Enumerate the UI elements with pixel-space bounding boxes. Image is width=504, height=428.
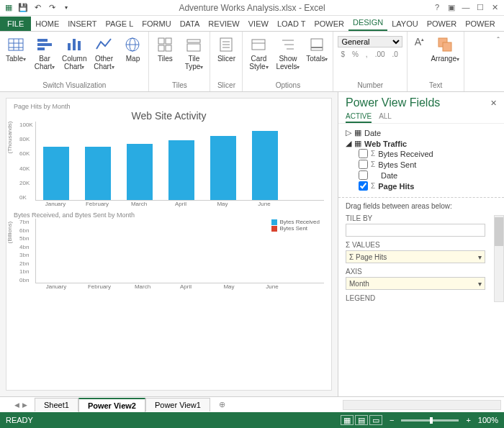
sheet-nav-prev-icon[interactable]: ◀ xyxy=(14,401,19,409)
sheet-tab-powerview1[interactable]: Power View1 xyxy=(145,398,210,411)
close-icon[interactable]: ✕ xyxy=(490,3,500,12)
slicer-button[interactable]: Slicer xyxy=(215,36,238,63)
card-style-button[interactable]: Card Style xyxy=(247,36,270,70)
percent-icon[interactable]: % xyxy=(349,49,361,60)
field-table-date[interactable]: ▷▦Date xyxy=(346,128,497,137)
column-chart-icon xyxy=(66,36,83,53)
minimize-icon[interactable]: — xyxy=(461,3,471,12)
area-axis-box[interactable]: Month▾ xyxy=(346,277,485,290)
comma-icon[interactable]: , xyxy=(363,49,371,60)
tab-power3[interactable]: POWER xyxy=(461,17,500,31)
field-date[interactable]: Date xyxy=(346,170,497,181)
chart-page-hits[interactable]: Page Hits by Month Web Site Activity 100… xyxy=(14,103,324,207)
other-chart-button[interactable]: Other Chart xyxy=(92,36,115,70)
window-title: Adventure Works Analysis.xlsx - Excel xyxy=(179,3,325,13)
chart2-yticks: 7bn6bn5bn4bn3bn2bn1bn0bn xyxy=(19,219,29,283)
column-chart-button[interactable]: Column Chart xyxy=(62,36,86,70)
field-page-hits[interactable]: ΣPage Hits xyxy=(346,181,497,191)
chart2-ylabel: (Billions) xyxy=(6,221,13,243)
fields-tab-all[interactable]: ALL xyxy=(379,111,392,123)
card-icon xyxy=(250,36,267,53)
sheet-tab-sheet1[interactable]: Sheet1 xyxy=(35,398,78,411)
group-label-tiles: Tiles xyxy=(153,81,205,90)
tab-formulas[interactable]: FORMU xyxy=(138,17,175,31)
collapse-ribbon-icon[interactable]: ˆ xyxy=(492,32,504,91)
redo-icon[interactable]: ↷ xyxy=(46,2,58,14)
chart1-subtitle: Page Hits by Month xyxy=(14,103,324,110)
tab-power[interactable]: POWER xyxy=(310,17,348,31)
field-table-web-traffic[interactable]: ◢▦Web Traffic xyxy=(346,139,497,148)
svg-rect-5 xyxy=(37,39,48,42)
zoom-in-icon[interactable]: + xyxy=(466,416,470,424)
maximize-icon[interactable]: ☐ xyxy=(475,3,485,12)
zoom-slider[interactable] xyxy=(401,419,459,422)
sigma-icon: Σ xyxy=(371,182,375,190)
tab-design[interactable]: DESIGN xyxy=(348,15,387,31)
svg-rect-14 xyxy=(158,38,164,44)
svg-rect-17 xyxy=(166,45,171,51)
tab-view[interactable]: VIEW xyxy=(244,17,273,31)
sheet-nav-next-icon[interactable]: ▶ xyxy=(22,401,27,409)
sigma-icon: Σ xyxy=(371,150,375,158)
tiles-button[interactable]: Tiles xyxy=(153,36,176,63)
group-label-text: Text xyxy=(412,81,459,90)
tab-file[interactable]: FILE xyxy=(0,17,31,31)
svg-rect-15 xyxy=(166,38,171,44)
help-icon[interactable]: ? xyxy=(432,3,442,12)
tab-team[interactable]: TEAM xyxy=(500,17,504,31)
bar xyxy=(168,140,194,200)
ribbon-display-icon[interactable]: ▣ xyxy=(446,3,456,12)
tile-type-button[interactable]: Tile Type xyxy=(182,36,205,70)
number-format-select[interactable]: General xyxy=(338,36,402,47)
undo-icon[interactable]: ↶ xyxy=(32,2,43,14)
tab-home[interactable]: HOME xyxy=(31,17,63,31)
areas-scrollbar[interactable] xyxy=(494,215,504,302)
tab-load-test[interactable]: LOAD T xyxy=(273,17,310,31)
zoom-level[interactable]: 100% xyxy=(478,416,498,424)
table-button[interactable]: Table xyxy=(4,36,27,63)
field-bytes-sent[interactable]: ΣBytes Sent xyxy=(346,159,497,170)
pane-close-icon[interactable]: ✕ xyxy=(490,99,497,108)
area-values-box[interactable]: Σ Page Hits▾ xyxy=(346,250,485,263)
map-button[interactable]: Map xyxy=(121,36,144,63)
save-icon[interactable]: 💾 xyxy=(17,2,29,14)
add-sheet-button[interactable]: ⊕ xyxy=(210,398,234,411)
zoom-out-icon[interactable]: − xyxy=(390,416,394,424)
totals-button[interactable]: Totals xyxy=(305,36,328,63)
sigma-icon: Σ xyxy=(371,160,375,168)
table-icon xyxy=(7,36,24,53)
tab-review[interactable]: REVIEW xyxy=(204,17,243,31)
tab-power2[interactable]: POWER xyxy=(423,17,462,31)
svg-rect-19 xyxy=(187,44,200,51)
fields-tab-active[interactable]: ACTIVE xyxy=(346,111,372,123)
field-bytes-received[interactable]: ΣBytes Received xyxy=(346,148,497,159)
normal-view-icon[interactable]: ▦ xyxy=(341,415,354,425)
chart-bytes[interactable]: Bytes Received, and Bytes Sent by Month … xyxy=(14,211,324,290)
chevron-down-icon[interactable]: ▾ xyxy=(478,253,482,261)
page-break-view-icon[interactable]: ▭ xyxy=(369,415,382,425)
currency-icon[interactable]: $ xyxy=(338,49,348,60)
page-layout-view-icon[interactable]: ▤ xyxy=(355,415,368,425)
tab-insert[interactable]: INSERT xyxy=(63,17,101,31)
chevron-down-icon[interactable]: ▾ xyxy=(478,280,482,288)
totals-icon xyxy=(308,36,325,53)
tab-page-layout[interactable]: PAGE L xyxy=(101,17,138,31)
decrease-decimal-icon[interactable]: .0 xyxy=(390,49,401,60)
qat-dropdown-icon[interactable]: ▾ xyxy=(60,2,72,14)
sheet-tab-powerview2[interactable]: Power View2 xyxy=(78,398,145,412)
group-label-switchviz: Switch Visualization xyxy=(4,81,144,90)
bar-chart-button[interactable]: Bar Chart xyxy=(33,36,56,70)
svg-rect-9 xyxy=(73,39,76,50)
font-size-button[interactable]: A▴ xyxy=(412,36,426,47)
power-view-fields-pane: Power View Fields ✕ ACTIVE ALL ▷▦Date ◢▦… xyxy=(338,92,504,396)
horizontal-scrollbar[interactable] xyxy=(343,400,501,410)
show-levels-button[interactable]: Show Levels xyxy=(276,36,300,70)
report-canvas[interactable]: Page Hits by Month Web Site Activity 100… xyxy=(0,92,338,396)
area-tileby-box[interactable] xyxy=(346,224,485,237)
quick-access-toolbar: ▦ 💾 ↶ ↷ ▾ xyxy=(0,2,72,14)
levels-icon xyxy=(279,36,297,53)
increase-decimal-icon[interactable]: .00 xyxy=(372,49,388,60)
tab-layout[interactable]: LAYOU xyxy=(387,17,422,31)
arrange-button[interactable]: Arrange xyxy=(431,36,459,63)
tab-data[interactable]: DATA xyxy=(176,17,204,31)
